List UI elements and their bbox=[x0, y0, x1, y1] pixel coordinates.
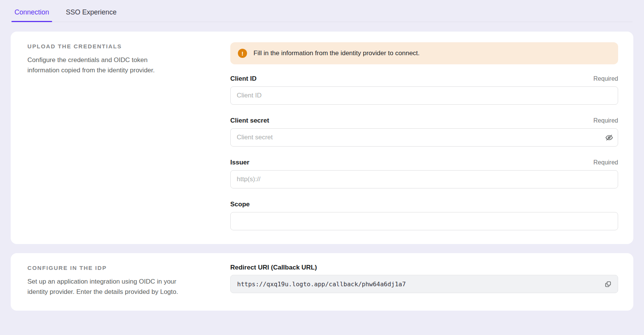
credentials-form: ! Fill in the information from the ident… bbox=[230, 42, 618, 230]
scope-label: Scope bbox=[230, 201, 250, 208]
client-secret-input[interactable] bbox=[230, 128, 618, 147]
issuer-input[interactable] bbox=[230, 170, 618, 188]
idp-section-description: Set up an application integration using … bbox=[27, 276, 192, 297]
credentials-intro: UPLOAD THE CREDENTIALS Configure the cre… bbox=[27, 42, 192, 230]
credentials-section-description: Configure the credentials and OIDC token… bbox=[27, 55, 176, 75]
tab-sso-experience-label: SSO Experience bbox=[66, 8, 116, 16]
alert-icon: ! bbox=[238, 49, 247, 58]
redirect-uri-label: Redirect URI (Callback URL) bbox=[230, 264, 618, 271]
scope-field: Scope bbox=[230, 201, 618, 230]
credentials-section-heading: UPLOAD THE CREDENTIALS bbox=[27, 43, 192, 49]
idp-card: CONFIGURE IN THE IDP Set up an applicati… bbox=[11, 253, 633, 311]
issuer-required-badge: Required bbox=[593, 159, 618, 166]
tab-connection[interactable]: Connection bbox=[11, 5, 52, 22]
tab-connection-label: Connection bbox=[14, 8, 49, 16]
client-id-required-badge: Required bbox=[593, 75, 618, 82]
alert-banner: ! Fill in the information from the ident… bbox=[230, 42, 618, 64]
client-id-field: Client ID Required bbox=[230, 75, 618, 105]
client-secret-field: Client secret Required bbox=[230, 117, 618, 147]
idp-intro: CONFIGURE IN THE IDP Set up an applicati… bbox=[27, 264, 192, 297]
issuer-field: Issuer Required bbox=[230, 159, 618, 188]
copy-redirect-uri-button[interactable] bbox=[601, 277, 615, 291]
issuer-label: Issuer bbox=[230, 159, 249, 166]
redirect-uri-value: https://qxq19u.logto.app/callback/phw64a… bbox=[237, 281, 601, 288]
tab-sso-experience[interactable]: SSO Experience bbox=[63, 5, 120, 22]
client-secret-required-badge: Required bbox=[593, 117, 618, 124]
client-id-label: Client ID bbox=[230, 75, 257, 83]
idp-details: Redirect URI (Callback URL) https://qxq1… bbox=[230, 264, 618, 297]
eye-off-icon bbox=[605, 133, 614, 142]
idp-section-heading: CONFIGURE IN THE IDP bbox=[27, 265, 192, 271]
tab-bar: Connection SSO Experience bbox=[11, 0, 633, 22]
scope-input[interactable] bbox=[230, 212, 618, 230]
client-secret-label: Client secret bbox=[230, 117, 269, 124]
credentials-card: UPLOAD THE CREDENTIALS Configure the cre… bbox=[11, 32, 633, 244]
alert-text: Fill in the information from the identit… bbox=[253, 49, 420, 57]
redirect-uri-copybox: https://qxq19u.logto.app/callback/phw64a… bbox=[230, 275, 618, 293]
toggle-secret-visibility-button[interactable] bbox=[602, 131, 616, 144]
client-id-input[interactable] bbox=[230, 86, 618, 105]
copy-icon bbox=[604, 280, 612, 288]
